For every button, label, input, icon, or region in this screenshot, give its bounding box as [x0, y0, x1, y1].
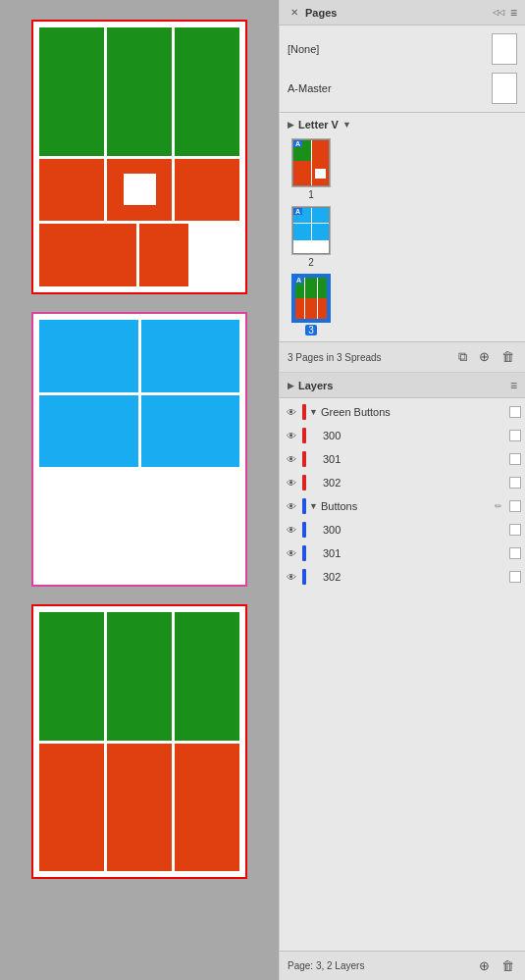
color-bar-green-300: [302, 428, 306, 443]
pages-panel: ✕ Pages ◁◁ ≡ [None] A-Master ▶ Letter V: [280, 0, 525, 373]
layer-buttons-300[interactable]: 👁 300: [280, 518, 525, 542]
layer-green-302[interactable]: 👁 302: [280, 471, 525, 494]
cell-o2: [107, 159, 172, 222]
layers-panel-header: ▶ Layers ≡: [280, 373, 525, 398]
cell-b3: [39, 395, 138, 468]
thumb-box-3: A: [291, 274, 331, 323]
page-item-amaster[interactable]: A-Master: [288, 71, 517, 106]
cell-g3: [175, 27, 239, 156]
eye-icon-buttons-301[interactable]: 👁: [284, 545, 299, 561]
cell-o1: [39, 159, 104, 222]
spread-1[interactable]: [31, 20, 247, 294]
layer-buttons-300-name: 300: [309, 524, 506, 536]
color-bar-buttons-300: [302, 522, 306, 538]
add-spread-button[interactable]: ⊕: [476, 348, 493, 366]
layer-buttons-302-name: 302: [309, 571, 506, 583]
color-bar-buttons-302: [302, 569, 306, 585]
layer-group-green-buttons-header[interactable]: 👁 ▼ Green Buttons: [280, 400, 525, 424]
spread-header: ▶ Letter V ▼: [288, 119, 517, 130]
cell-o8: [175, 744, 239, 872]
layers-bottom-bar: Page: 3, 2 Layers ⊕ 🗑: [280, 951, 525, 980]
add-layer-button[interactable]: ⊕: [476, 957, 493, 974]
layer-green-301-name: 301: [309, 453, 506, 465]
spread-triangle-icon: ▶: [288, 120, 294, 129]
spread2-grid: [39, 320, 239, 467]
pages-list: [None] A-Master: [280, 26, 525, 112]
layers-panel-title: Layers: [298, 380, 333, 391]
cell-o6: [39, 744, 104, 872]
layer-buttons-302-checkbox[interactable]: [509, 571, 521, 583]
layer-green-buttons-name: Green Buttons: [321, 406, 506, 418]
layer-buttons-300-checkbox[interactable]: [509, 524, 521, 536]
cell-g5: [107, 612, 172, 741]
layer-group-buttons: 👁 ▼ Buttons ✏ 👁 300 👁 301: [280, 494, 525, 589]
page-item-none[interactable]: [None]: [288, 31, 517, 67]
layers-list[interactable]: 👁 ▼ Green Buttons 👁 300 👁 301: [280, 398, 525, 951]
eye-icon-buttons-300[interactable]: 👁: [284, 522, 299, 538]
cell-white-inner: [124, 174, 156, 205]
layer-buttons-301-checkbox[interactable]: [509, 547, 521, 559]
cell-b2: [141, 320, 240, 392]
spread-3[interactable]: [31, 604, 247, 879]
pages-menu-button[interactable]: ≡: [510, 6, 517, 20]
spread-arrow[interactable]: ▼: [342, 120, 351, 129]
eye-icon-buttons-302[interactable]: 👁: [284, 569, 299, 585]
page-thumbnail-amaster: [492, 73, 517, 104]
pages-panel-close[interactable]: ✕: [288, 6, 301, 19]
eye-icon-green-300[interactable]: 👁: [284, 428, 299, 443]
spread-section: ▶ Letter V ▼: [280, 112, 525, 341]
right-panel: ✕ Pages ◁◁ ≡ [None] A-Master ▶ Letter V: [279, 0, 525, 980]
layers-panel: ▶ Layers ≡ 👁 ▼ Green Buttons 👁 3: [280, 373, 525, 980]
layer-green-301-checkbox[interactable]: [509, 453, 521, 465]
expand-green-icon[interactable]: ▼: [309, 407, 318, 417]
cell-b4: [141, 395, 240, 468]
pencil-icon: ✏: [495, 501, 502, 511]
canvas-area: [0, 0, 279, 980]
eye-icon-green-301[interactable]: 👁: [284, 451, 299, 467]
thumb-box-2: A: [291, 206, 331, 255]
pages-count-text: 3 Pages in 3 Spreads: [288, 352, 382, 363]
color-bar-buttons-301: [302, 545, 306, 561]
layers-triangle-icon: ▶: [288, 381, 294, 390]
layer-green-300[interactable]: 👁 300: [280, 424, 525, 447]
pages-expand-icon[interactable]: ◁◁: [493, 8, 504, 17]
thumb-num-2: 2: [308, 257, 314, 268]
layer-green-buttons-checkbox[interactable]: [509, 406, 521, 418]
thumb-item-2[interactable]: A 2: [291, 206, 331, 268]
thumb-item-3[interactable]: A 3: [291, 274, 331, 335]
layer-buttons-302[interactable]: 👁 302: [280, 565, 525, 589]
delete-layer-button[interactable]: 🗑: [499, 957, 517, 974]
page-item-amaster-label: A-Master: [288, 82, 332, 94]
layers-menu-button[interactable]: ≡: [510, 379, 517, 392]
eye-icon-green[interactable]: 👁: [284, 404, 299, 420]
layer-green-302-checkbox[interactable]: [509, 477, 521, 489]
expand-buttons-icon[interactable]: ▼: [309, 501, 318, 511]
cell-b1: [39, 320, 138, 392]
thumbnails-row: A 1 A 2: [288, 138, 517, 335]
layer-green-300-checkbox[interactable]: [509, 430, 521, 441]
eye-icon-green-302[interactable]: 👁: [284, 475, 299, 490]
pages-count-bar: 3 Pages in 3 Spreads ⧉ ⊕ 🗑: [280, 341, 525, 372]
page-item-none-label: [None]: [288, 43, 319, 55]
layer-buttons-301-name: 301: [309, 547, 506, 559]
delete-spread-button[interactable]: 🗑: [499, 348, 517, 366]
spread-2[interactable]: [31, 312, 247, 587]
layer-buttons-checkbox[interactable]: [509, 500, 521, 512]
layer-green-302-name: 302: [309, 477, 506, 489]
thumb-item-1[interactable]: A 1: [291, 138, 331, 200]
duplicate-spread-button[interactable]: ⧉: [455, 348, 470, 366]
cell-g2: [107, 27, 172, 156]
layer-group-buttons-header[interactable]: 👁 ▼ Buttons ✏: [280, 494, 525, 518]
cell-w1: [191, 224, 240, 286]
spread-label: Letter V: [298, 119, 339, 130]
pages-panel-header: ✕ Pages ◁◁ ≡: [280, 0, 525, 26]
eye-icon-buttons[interactable]: 👁: [284, 498, 299, 514]
cell-o3: [175, 159, 239, 222]
layer-buttons-name: Buttons: [321, 500, 492, 512]
color-bar-green-group: [302, 404, 306, 420]
cell-g1: [39, 27, 104, 156]
layer-buttons-301[interactable]: 👁 301: [280, 542, 525, 565]
cell-o7: [107, 744, 172, 872]
layer-green-301[interactable]: 👁 301: [280, 447, 525, 471]
cell-o5: [139, 224, 188, 286]
